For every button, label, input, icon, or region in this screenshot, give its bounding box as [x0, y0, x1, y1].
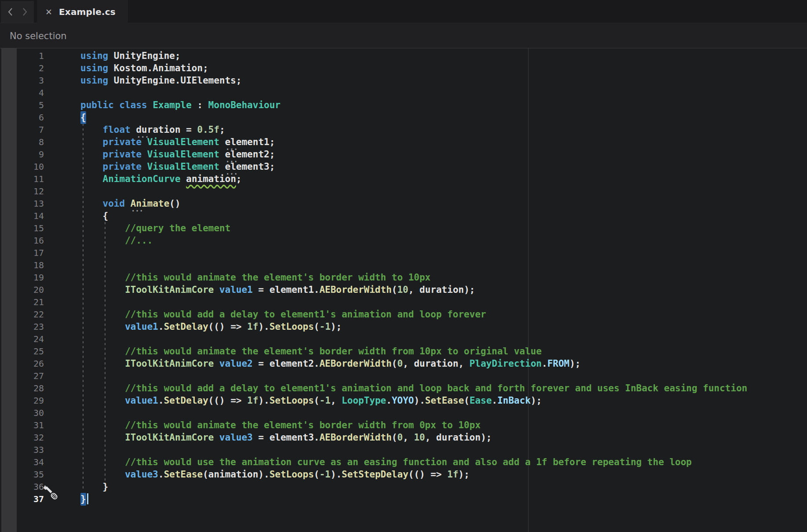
code-line[interactable]: 8 private VisualElement element1; [0, 136, 807, 148]
code-line[interactable]: 11 AnimationCurve animation; [0, 173, 807, 185]
line-number[interactable]: 17 [0, 247, 44, 259]
line-number[interactable]: 7 [0, 124, 44, 136]
code-editor[interactable]: 1using UnityEngine;2using Kostom.Animati… [0, 48, 807, 532]
code-text: value1.SetDelay(() => 1f).SetLoops(-1); [80, 321, 342, 333]
code-line[interactable]: 32 IToolKitAnimCore value3 = element3.AE… [0, 431, 807, 444]
code-line[interactable]: 25 //this would animate the element's bo… [0, 345, 807, 357]
line-number[interactable]: 35 [0, 468, 44, 481]
line-number[interactable]: 34 [0, 456, 44, 468]
line-number[interactable]: 1 [0, 50, 44, 62]
line-number[interactable]: 6 [0, 111, 44, 124]
code-line[interactable]: 18 [0, 259, 807, 271]
code-line[interactable]: 10 private VisualElement element3; [0, 160, 807, 173]
code-line[interactable]: 27 [0, 370, 807, 382]
code-line[interactable]: 36 } [0, 481, 807, 493]
line-number[interactable]: 18 [0, 259, 44, 271]
line-number[interactable]: 23 [0, 321, 44, 333]
line-number[interactable]: 33 [0, 444, 44, 456]
code-line[interactable]: 24 [0, 333, 807, 345]
code-line[interactable]: 7 float duration = 0.5f; [0, 124, 807, 136]
back-button[interactable] [6, 6, 15, 18]
code-token: ); [331, 321, 342, 332]
code-line[interactable]: 13 void Animate() [0, 197, 807, 210]
code-token: Animate [131, 198, 170, 209]
code-token: ( [392, 432, 397, 443]
code-token: value2 [219, 358, 253, 369]
code-token: IToolKitAnimCore [125, 358, 214, 369]
code-line[interactable]: 4 [0, 87, 807, 99]
code-token [219, 137, 225, 147]
code-line[interactable]: 9 private VisualElement element2; [0, 148, 807, 160]
code-line[interactable]: 22 //this would add a delay to element1'… [0, 308, 807, 321]
code-line[interactable]: 5public class Example : MonoBehaviour [0, 99, 807, 111]
line-number[interactable]: 16 [0, 234, 44, 247]
code-line[interactable]: 20 IToolKitAnimCore value1 = element1.AE… [0, 284, 807, 296]
code-line[interactable]: 15 //query the element [0, 222, 807, 234]
code-line[interactable]: 1using UnityEngine; [0, 50, 807, 62]
code-token: , [403, 432, 414, 443]
line-number[interactable]: 31 [0, 419, 44, 431]
line-number[interactable]: 32 [0, 431, 44, 444]
line-number[interactable]: 28 [0, 382, 44, 394]
line-number[interactable]: 15 [0, 222, 44, 234]
line-number[interactable]: 25 [0, 345, 44, 357]
line-number[interactable]: 21 [0, 296, 44, 308]
code-line[interactable]: 37} [0, 493, 807, 505]
code-line[interactable]: 26 IToolKitAnimCore value2 = element2.AE… [0, 357, 807, 370]
code-token [80, 395, 125, 406]
code-line[interactable]: 35 value3.SetEase(animation).SetLoops(-1… [0, 468, 807, 481]
code-line[interactable]: 3using UnityEngine.UIElements; [0, 74, 807, 87]
code-token: animation [186, 174, 236, 184]
code-line[interactable]: 23 value1.SetDelay(() => 1f).SetLoops(-1… [0, 321, 807, 333]
code-token: () [169, 198, 180, 209]
line-number[interactable]: 27 [0, 370, 44, 382]
tab-example-cs[interactable]: ✕ Example.cs [37, 0, 128, 24]
code-token: using [80, 63, 108, 73]
line-number[interactable]: 10 [0, 160, 44, 173]
forward-button[interactable] [21, 6, 29, 18]
code-line[interactable]: 34 //this would use the animation curve … [0, 456, 807, 468]
code-line[interactable]: 17 [0, 247, 807, 259]
line-number[interactable]: 36 [0, 481, 44, 493]
code-line[interactable]: 2using Kostom.Animation; [0, 62, 807, 74]
line-number[interactable]: 11 [0, 173, 44, 185]
line-number[interactable]: 5 [0, 99, 44, 111]
line-number[interactable]: 3 [0, 74, 44, 87]
code-token: ; [269, 149, 275, 160]
line-number[interactable]: 12 [0, 185, 44, 197]
line-number[interactable]: 2 [0, 62, 44, 74]
line-number[interactable]: 29 [0, 394, 44, 407]
close-tab-icon[interactable]: ✕ [45, 8, 52, 16]
code-line[interactable]: 14 { [0, 210, 807, 222]
code-line[interactable]: 28 //this would add a delay to element1'… [0, 382, 807, 394]
code-line[interactable]: 29 value1.SetDelay(() => 1f).SetLoops(-1… [0, 394, 807, 407]
code-token: value3 [125, 469, 158, 480]
line-number[interactable]: 22 [0, 308, 44, 321]
code-token: //this would animate the element's borde… [80, 346, 542, 357]
line-number[interactable]: 8 [0, 136, 44, 148]
line-number[interactable]: 20 [0, 284, 44, 296]
code-line[interactable]: 19 //this would animate the element's bo… [0, 271, 807, 284]
code-line[interactable]: 16 //... [0, 234, 807, 247]
code-text: { [80, 210, 108, 222]
line-number[interactable]: 26 [0, 357, 44, 370]
code-line[interactable]: 12 [0, 185, 807, 197]
code-token: MonoBehaviour [208, 100, 280, 110]
code-token: ( [464, 395, 470, 406]
code-token: = element1. [253, 284, 320, 295]
line-number[interactable]: 13 [0, 197, 44, 210]
line-number[interactable]: 19 [0, 271, 44, 284]
code-line[interactable]: 33 [0, 444, 807, 456]
code-token [80, 358, 125, 369]
code-line[interactable]: 31 //this would animate the element's bo… [0, 419, 807, 431]
line-number[interactable]: 37 [0, 493, 44, 505]
line-number[interactable]: 30 [0, 407, 44, 419]
code-line[interactable]: 21 [0, 296, 807, 308]
line-number[interactable]: 9 [0, 148, 44, 160]
code-line[interactable]: 6{ [0, 111, 807, 124]
line-number[interactable]: 14 [0, 210, 44, 222]
line-number[interactable]: 4 [0, 87, 44, 99]
line-number[interactable]: 24 [0, 333, 44, 345]
chevron-left-icon [7, 7, 14, 17]
code-line[interactable]: 30 [0, 407, 807, 419]
